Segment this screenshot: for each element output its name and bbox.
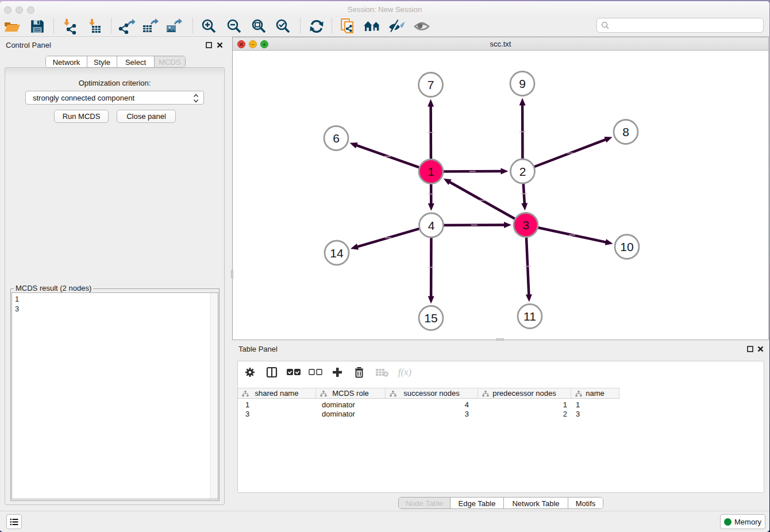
apply-function-icon[interactable]: f(x)	[397, 365, 414, 380]
graph-edge-label	[384, 156, 391, 157]
zoom-selected-icon[interactable]	[273, 17, 292, 36]
tab-style[interactable]: Style	[87, 56, 117, 67]
table-cell[interactable]: dominator	[322, 400, 385, 410]
table-cell[interactable]: 1	[478, 400, 567, 410]
graph-edge-label	[471, 225, 478, 226]
table-panel-float-icon[interactable]	[747, 346, 753, 352]
graph-edge-label	[385, 237, 391, 238]
graph-node-label: 8	[622, 125, 629, 138]
graph-edge-arrow	[428, 99, 434, 106]
vertical-splitter-handle[interactable]	[231, 270, 233, 278]
table-settings-icon[interactable]	[241, 365, 259, 380]
task-list-icon	[10, 518, 18, 526]
select-stepper-icon	[193, 93, 199, 103]
status-bar	[0, 511, 769, 531]
table-panel-close-icon[interactable]	[757, 346, 764, 352]
memory-button[interactable]: Memory	[720, 514, 765, 529]
mcds-result-text[interactable]: 13	[11, 292, 218, 499]
toolbar-separator	[111, 18, 111, 33]
column-header-name[interactable]: name	[571, 388, 619, 398]
graph-node-label: 4	[428, 219, 435, 232]
graph-edge-arrow	[521, 203, 528, 210]
table-cell[interactable]: 1	[245, 400, 315, 410]
network-window-titlebar[interactable]: ✕ − + scc.txt	[233, 37, 768, 51]
mcds-result-scrollbar[interactable]	[210, 293, 218, 499]
open-file-icon[interactable]	[2, 17, 22, 36]
control-panel-close-icon[interactable]	[217, 42, 223, 48]
column-header-predecessor-nodes[interactable]: predecessor nodes	[478, 388, 571, 398]
table-tab-node-table[interactable]: Node Table	[399, 498, 450, 508]
memory-label: Memory	[734, 518, 761, 526]
table-panel-tabs: Node TableEdge TableNetwork TableMotifs	[398, 497, 603, 509]
column-header-MCDS-role[interactable]: MCDS role	[316, 388, 386, 398]
export-table-icon[interactable]	[140, 17, 160, 36]
table-cell[interactable]: 1	[576, 400, 619, 410]
table-cell[interactable]: 2	[478, 410, 567, 419]
network-view-window: ✕ − + scc.txt 1234678910111415	[232, 37, 769, 340]
delete-table-icon[interactable]	[374, 365, 391, 380]
graph-node-label: 2	[519, 165, 526, 178]
graph-node-label: 11	[523, 310, 536, 323]
delete-rows-icon[interactable]	[351, 365, 368, 380]
control-panel-float-icon[interactable]	[206, 42, 212, 48]
graph-edge-label	[428, 194, 434, 195]
select-all-checkboxes-icon[interactable]	[285, 365, 302, 380]
graph-edge-label	[525, 266, 531, 267]
mcds-result-line: 1	[15, 294, 218, 304]
zoom-fit-icon[interactable]	[249, 17, 268, 36]
graph-node-label: 7	[428, 78, 434, 91]
graph-edge-arrow	[351, 244, 359, 250]
close-panel-button[interactable]: Close panel	[117, 110, 176, 123]
table-tab-network-table[interactable]: Network Table	[503, 498, 568, 508]
optimization-criterion-select[interactable]: strongly connected component	[25, 91, 204, 105]
export-network-icon[interactable]	[117, 17, 136, 36]
memory-status-icon	[724, 518, 732, 526]
import-table-icon[interactable]	[85, 17, 105, 36]
graph-node-label: 9	[519, 77, 526, 90]
deselect-all-checkboxes-icon[interactable]	[307, 365, 324, 380]
add-row-icon[interactable]	[329, 365, 346, 380]
run-mcds-button[interactable]: Run MCDS	[54, 110, 109, 123]
zoom-in-icon[interactable]	[199, 17, 218, 36]
graph-edge-arrow	[350, 142, 358, 148]
graph-node-label: 6	[333, 132, 340, 145]
search-icon	[601, 21, 610, 30]
table-cell[interactable]: 3	[245, 410, 315, 419]
graph-node-label: 1	[428, 165, 434, 178]
refresh-view-icon[interactable]	[307, 17, 326, 36]
graph-edge-arrow	[605, 137, 613, 142]
graph-edge-label	[519, 131, 526, 132]
graph-edge-arrow	[526, 294, 532, 302]
toolbar-separator	[192, 18, 193, 33]
toolbar-separator	[332, 18, 332, 33]
search-input[interactable]	[596, 18, 764, 33]
table-cell[interactable]: 3	[576, 410, 619, 419]
horizontal-splitter-handle[interactable]	[496, 338, 504, 341]
tab-network[interactable]: Network	[46, 56, 87, 67]
import-network-icon[interactable]	[60, 17, 79, 36]
table-tab-motifs[interactable]: Motifs	[568, 498, 603, 508]
zoom-out-icon[interactable]	[224, 17, 244, 36]
split-columns-icon[interactable]	[263, 365, 280, 380]
column-header-successor-nodes[interactable]: successor nodes	[386, 388, 478, 398]
app-window: Session: New Session Control Panel Netwo…	[0, 1, 769, 532]
copy-network-view-icon[interactable]	[338, 17, 357, 36]
table-cell[interactable]: 3	[385, 410, 469, 419]
table-cell[interactable]: 4	[385, 400, 469, 410]
show-graphics-details-icon[interactable]	[412, 17, 432, 36]
export-image-icon[interactable]	[164, 17, 183, 36]
preferred-layout-icon[interactable]	[363, 17, 382, 36]
hide-graphics-details-icon[interactable]	[387, 17, 407, 36]
graph-node-label: 14	[330, 246, 344, 260]
network-graph[interactable]: 1234678910111415	[233, 51, 768, 340]
column-header-shared-name[interactable]: shared name	[238, 388, 316, 398]
graph-edge-arrow	[605, 239, 613, 245]
tab-select[interactable]: Select	[117, 56, 154, 67]
table-tab-edge-table[interactable]: Edge Table	[450, 498, 503, 508]
table-cell[interactable]: dominator	[322, 410, 385, 419]
task-history-button[interactable]	[6, 514, 22, 529]
graph-edge-label	[569, 234, 575, 236]
save-session-icon[interactable]	[28, 17, 47, 36]
tab-mcds[interactable]: MCDS	[154, 56, 185, 67]
graph-edge-label	[469, 171, 476, 172]
